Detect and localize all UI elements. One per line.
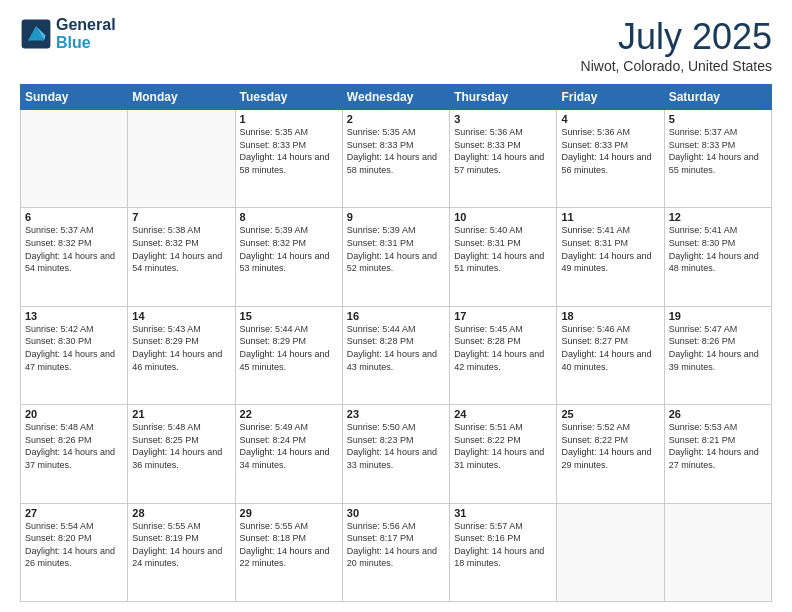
- day-number: 9: [347, 211, 445, 223]
- day-info: Sunrise: 5:48 AMSunset: 8:26 PMDaylight:…: [25, 421, 123, 471]
- calendar-cell: 26Sunrise: 5:53 AMSunset: 8:21 PMDayligh…: [664, 405, 771, 503]
- day-info: Sunrise: 5:53 AMSunset: 8:21 PMDaylight:…: [669, 421, 767, 471]
- calendar-cell: 24Sunrise: 5:51 AMSunset: 8:22 PMDayligh…: [450, 405, 557, 503]
- calendar-cell: 27Sunrise: 5:54 AMSunset: 8:20 PMDayligh…: [21, 503, 128, 601]
- calendar-week-5: 27Sunrise: 5:54 AMSunset: 8:20 PMDayligh…: [21, 503, 772, 601]
- calendar-cell: 3Sunrise: 5:36 AMSunset: 8:33 PMDaylight…: [450, 110, 557, 208]
- calendar-cell: 7Sunrise: 5:38 AMSunset: 8:32 PMDaylight…: [128, 208, 235, 306]
- day-info: Sunrise: 5:41 AMSunset: 8:31 PMDaylight:…: [561, 224, 659, 274]
- calendar-cell: 5Sunrise: 5:37 AMSunset: 8:33 PMDaylight…: [664, 110, 771, 208]
- day-info: Sunrise: 5:54 AMSunset: 8:20 PMDaylight:…: [25, 520, 123, 570]
- day-header-tuesday: Tuesday: [235, 85, 342, 110]
- day-info: Sunrise: 5:55 AMSunset: 8:19 PMDaylight:…: [132, 520, 230, 570]
- day-number: 17: [454, 310, 552, 322]
- calendar-cell: 25Sunrise: 5:52 AMSunset: 8:22 PMDayligh…: [557, 405, 664, 503]
- calendar-cell: [128, 110, 235, 208]
- calendar-cell: 2Sunrise: 5:35 AMSunset: 8:33 PMDaylight…: [342, 110, 449, 208]
- calendar-cell: 23Sunrise: 5:50 AMSunset: 8:23 PMDayligh…: [342, 405, 449, 503]
- day-info: Sunrise: 5:44 AMSunset: 8:29 PMDaylight:…: [240, 323, 338, 373]
- day-info: Sunrise: 5:39 AMSunset: 8:31 PMDaylight:…: [347, 224, 445, 274]
- day-number: 18: [561, 310, 659, 322]
- logo-icon: [20, 18, 52, 50]
- calendar-cell: 16Sunrise: 5:44 AMSunset: 8:28 PMDayligh…: [342, 306, 449, 404]
- calendar-header-row: SundayMondayTuesdayWednesdayThursdayFrid…: [21, 85, 772, 110]
- calendar-cell: 9Sunrise: 5:39 AMSunset: 8:31 PMDaylight…: [342, 208, 449, 306]
- day-info: Sunrise: 5:47 AMSunset: 8:26 PMDaylight:…: [669, 323, 767, 373]
- logo-line2: Blue: [56, 34, 91, 51]
- calendar-cell: [557, 503, 664, 601]
- calendar-cell: 6Sunrise: 5:37 AMSunset: 8:32 PMDaylight…: [21, 208, 128, 306]
- calendar-week-1: 1Sunrise: 5:35 AMSunset: 8:33 PMDaylight…: [21, 110, 772, 208]
- day-info: Sunrise: 5:40 AMSunset: 8:31 PMDaylight:…: [454, 224, 552, 274]
- day-header-wednesday: Wednesday: [342, 85, 449, 110]
- calendar-cell: 14Sunrise: 5:43 AMSunset: 8:29 PMDayligh…: [128, 306, 235, 404]
- day-number: 30: [347, 507, 445, 519]
- day-number: 23: [347, 408, 445, 420]
- day-number: 13: [25, 310, 123, 322]
- day-info: Sunrise: 5:43 AMSunset: 8:29 PMDaylight:…: [132, 323, 230, 373]
- day-info: Sunrise: 5:39 AMSunset: 8:32 PMDaylight:…: [240, 224, 338, 274]
- day-info: Sunrise: 5:36 AMSunset: 8:33 PMDaylight:…: [454, 126, 552, 176]
- day-number: 29: [240, 507, 338, 519]
- day-header-sunday: Sunday: [21, 85, 128, 110]
- calendar-week-4: 20Sunrise: 5:48 AMSunset: 8:26 PMDayligh…: [21, 405, 772, 503]
- day-number: 7: [132, 211, 230, 223]
- calendar-cell: 11Sunrise: 5:41 AMSunset: 8:31 PMDayligh…: [557, 208, 664, 306]
- calendar-cell: 12Sunrise: 5:41 AMSunset: 8:30 PMDayligh…: [664, 208, 771, 306]
- logo-text: General Blue: [56, 16, 116, 51]
- day-info: Sunrise: 5:35 AMSunset: 8:33 PMDaylight:…: [347, 126, 445, 176]
- page: General Blue July 2025 Niwot, Colorado, …: [0, 0, 792, 612]
- day-number: 22: [240, 408, 338, 420]
- day-number: 1: [240, 113, 338, 125]
- calendar-cell: 21Sunrise: 5:48 AMSunset: 8:25 PMDayligh…: [128, 405, 235, 503]
- day-info: Sunrise: 5:42 AMSunset: 8:30 PMDaylight:…: [25, 323, 123, 373]
- calendar-cell: 10Sunrise: 5:40 AMSunset: 8:31 PMDayligh…: [450, 208, 557, 306]
- day-info: Sunrise: 5:49 AMSunset: 8:24 PMDaylight:…: [240, 421, 338, 471]
- day-number: 11: [561, 211, 659, 223]
- calendar-cell: 13Sunrise: 5:42 AMSunset: 8:30 PMDayligh…: [21, 306, 128, 404]
- calendar-cell: 20Sunrise: 5:48 AMSunset: 8:26 PMDayligh…: [21, 405, 128, 503]
- day-info: Sunrise: 5:44 AMSunset: 8:28 PMDaylight:…: [347, 323, 445, 373]
- day-number: 2: [347, 113, 445, 125]
- day-number: 14: [132, 310, 230, 322]
- calendar-cell: 22Sunrise: 5:49 AMSunset: 8:24 PMDayligh…: [235, 405, 342, 503]
- day-number: 31: [454, 507, 552, 519]
- calendar-cell: 17Sunrise: 5:45 AMSunset: 8:28 PMDayligh…: [450, 306, 557, 404]
- day-header-monday: Monday: [128, 85, 235, 110]
- day-number: 26: [669, 408, 767, 420]
- day-info: Sunrise: 5:45 AMSunset: 8:28 PMDaylight:…: [454, 323, 552, 373]
- day-number: 28: [132, 507, 230, 519]
- day-number: 4: [561, 113, 659, 125]
- day-info: Sunrise: 5:50 AMSunset: 8:23 PMDaylight:…: [347, 421, 445, 471]
- calendar-week-2: 6Sunrise: 5:37 AMSunset: 8:32 PMDaylight…: [21, 208, 772, 306]
- day-header-thursday: Thursday: [450, 85, 557, 110]
- day-number: 6: [25, 211, 123, 223]
- day-number: 5: [669, 113, 767, 125]
- day-info: Sunrise: 5:36 AMSunset: 8:33 PMDaylight:…: [561, 126, 659, 176]
- day-header-saturday: Saturday: [664, 85, 771, 110]
- day-number: 19: [669, 310, 767, 322]
- calendar: SundayMondayTuesdayWednesdayThursdayFrid…: [20, 84, 772, 602]
- logo-line1: General: [56, 16, 116, 34]
- day-number: 15: [240, 310, 338, 322]
- day-number: 24: [454, 408, 552, 420]
- calendar-cell: 29Sunrise: 5:55 AMSunset: 8:18 PMDayligh…: [235, 503, 342, 601]
- day-info: Sunrise: 5:55 AMSunset: 8:18 PMDaylight:…: [240, 520, 338, 570]
- calendar-cell: [664, 503, 771, 601]
- day-info: Sunrise: 5:51 AMSunset: 8:22 PMDaylight:…: [454, 421, 552, 471]
- day-info: Sunrise: 5:56 AMSunset: 8:17 PMDaylight:…: [347, 520, 445, 570]
- day-number: 12: [669, 211, 767, 223]
- day-info: Sunrise: 5:37 AMSunset: 8:32 PMDaylight:…: [25, 224, 123, 274]
- calendar-cell: 8Sunrise: 5:39 AMSunset: 8:32 PMDaylight…: [235, 208, 342, 306]
- calendar-cell: 30Sunrise: 5:56 AMSunset: 8:17 PMDayligh…: [342, 503, 449, 601]
- calendar-cell: 19Sunrise: 5:47 AMSunset: 8:26 PMDayligh…: [664, 306, 771, 404]
- logo: General Blue: [20, 16, 116, 51]
- day-header-friday: Friday: [557, 85, 664, 110]
- calendar-cell: 4Sunrise: 5:36 AMSunset: 8:33 PMDaylight…: [557, 110, 664, 208]
- calendar-cell: 31Sunrise: 5:57 AMSunset: 8:16 PMDayligh…: [450, 503, 557, 601]
- day-number: 21: [132, 408, 230, 420]
- calendar-cell: 28Sunrise: 5:55 AMSunset: 8:19 PMDayligh…: [128, 503, 235, 601]
- day-number: 10: [454, 211, 552, 223]
- day-info: Sunrise: 5:48 AMSunset: 8:25 PMDaylight:…: [132, 421, 230, 471]
- calendar-cell: 15Sunrise: 5:44 AMSunset: 8:29 PMDayligh…: [235, 306, 342, 404]
